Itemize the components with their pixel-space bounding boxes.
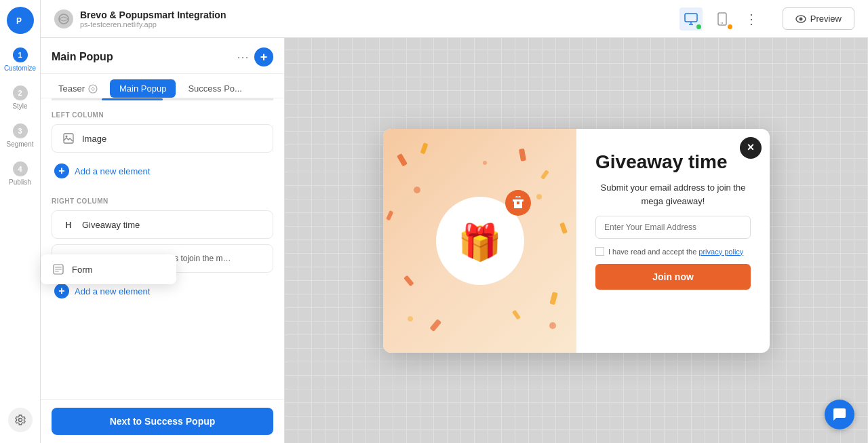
- popup-email-input[interactable]: [595, 216, 751, 239]
- sidebar-item-style[interactable]: 2 Style: [0, 79, 40, 117]
- sidebar-bottom: [8, 408, 33, 443]
- svg-rect-18: [540, 170, 549, 180]
- svg-point-25: [414, 187, 420, 193]
- popup-modal: ×: [383, 129, 770, 353]
- panel-tabs: Teaser Main Popup Success Po...: [41, 74, 284, 98]
- svg-rect-1: [685, 14, 697, 22]
- context-menu: Form: [41, 254, 176, 284]
- panel-footer: Next to Success Popup: [41, 399, 284, 443]
- canvas: ×: [285, 38, 868, 443]
- sidebar-item-style-label: Style: [12, 102, 27, 110]
- next-button[interactable]: Next to Success Popup: [52, 408, 273, 435]
- sidebar-item-customize-label: Customize: [4, 64, 36, 72]
- svg-rect-16: [420, 142, 429, 154]
- svg-rect-20: [549, 292, 557, 305]
- image-element-label: Image: [82, 134, 106, 144]
- svg-point-8: [89, 85, 97, 93]
- sidebar-item-publish[interactable]: 4 Publish: [0, 155, 40, 193]
- panel-header: Main Popup ⋯ +: [41, 38, 284, 74]
- settings-button[interactable]: [8, 408, 33, 432]
- right-add-icon: +: [54, 284, 69, 298]
- svg-point-26: [536, 194, 542, 199]
- app-logo: P: [7, 7, 34, 34]
- sidebar-item-segment[interactable]: 3 Segment: [0, 117, 40, 155]
- topbar-title-section: Brevo & Popupsmart Integration ps-testce…: [80, 9, 226, 28]
- svg-point-10: [66, 136, 68, 138]
- sidebar: P 1 Customize 2 Style 3 Segment 4 Publis…: [0, 0, 41, 443]
- app-url: ps-testceren.netlify.app: [80, 20, 226, 28]
- tab-teaser-label: Teaser: [58, 83, 85, 94]
- popup-subtext: Submit your email address to join the me…: [595, 181, 751, 208]
- svg-rect-22: [559, 222, 568, 233]
- svg-point-28: [408, 316, 413, 322]
- svg-point-0: [59, 14, 68, 24]
- heading-icon: H: [62, 218, 75, 231]
- giveaway-heading-label: Giveaway time: [82, 220, 140, 230]
- sidebar-item-publish-label: Publish: [9, 178, 31, 186]
- svg-rect-19: [403, 275, 414, 286]
- panel-add-button[interactable]: +: [254, 47, 273, 66]
- privacy-checkbox[interactable]: [595, 247, 604, 256]
- tab-main-popup[interactable]: Main Popup: [110, 79, 176, 98]
- tab-main-popup-label: Main Popup: [119, 83, 166, 94]
- left-add-element-button[interactable]: + Add a new element: [52, 158, 273, 184]
- close-icon: ×: [747, 140, 755, 155]
- more-options-button[interactable]: ⋮: [742, 8, 761, 30]
- privacy-policy-link[interactable]: privacy policy: [698, 248, 743, 256]
- svg-rect-21: [386, 210, 393, 220]
- gift-circle: 🎁: [436, 197, 524, 285]
- privacy-text: I have read and accept the privacy polic…: [608, 248, 743, 256]
- mobile-device-button[interactable]: [711, 7, 734, 31]
- context-menu-form-label[interactable]: Form: [72, 265, 92, 275]
- form-icon: [52, 263, 65, 276]
- tab-teaser[interactable]: Teaser: [49, 79, 107, 98]
- popup-close-button[interactable]: ×: [740, 137, 762, 159]
- tab-success-popup-label: Success Po...: [188, 83, 241, 94]
- gift-badge: [505, 190, 531, 216]
- image-element-row[interactable]: Image: [52, 124, 273, 153]
- step-2-number: 2: [13, 85, 28, 100]
- svg-rect-14: [55, 271, 59, 272]
- panel-more-options[interactable]: ⋯: [237, 50, 249, 64]
- step-1-number: 1: [13, 47, 28, 62]
- desktop-dot: [696, 24, 701, 29]
- giveaway-heading-row[interactable]: H Giveaway time: [52, 210, 273, 239]
- popup-privacy-row: I have read and accept the privacy polic…: [595, 247, 751, 256]
- preview-button[interactable]: Preview: [783, 7, 854, 30]
- desktop-device-button[interactable]: [679, 7, 703, 31]
- sidebar-item-customize[interactable]: 1 Customize: [0, 41, 40, 79]
- svg-point-3: [722, 22, 723, 24]
- left-add-icon: +: [54, 163, 69, 178]
- sidebar-item-segment-label: Segment: [6, 140, 33, 148]
- preview-label: Preview: [810, 14, 842, 24]
- panel-title: Main Popup: [52, 51, 231, 63]
- svg-rect-12: [55, 267, 62, 268]
- svg-rect-23: [429, 319, 441, 332]
- panel-content: LEFT COLUMN Image + Add a new element RI…: [41, 100, 284, 399]
- svg-point-29: [549, 322, 556, 329]
- right-column-label: RIGHT COLUMN: [52, 197, 273, 205]
- svg-text:P: P: [16, 16, 22, 26]
- popup-left-panel: 🎁: [383, 129, 576, 353]
- topbar-center: ⋮ Preview: [679, 7, 854, 31]
- svg-rect-24: [512, 309, 521, 320]
- mobile-dot: [728, 24, 732, 29]
- customize-panel: Main Popup ⋯ + Teaser Main Popup Success…: [41, 38, 285, 443]
- tab-success-popup[interactable]: Success Po...: [178, 79, 251, 98]
- svg-rect-13: [55, 269, 62, 270]
- step-3-number: 3: [13, 123, 28, 138]
- join-button[interactable]: Join now: [595, 264, 751, 290]
- popup-right-panel: Giveaway time Submit your email address …: [576, 129, 770, 353]
- svg-point-27: [483, 161, 487, 165]
- app-title: Brevo & Popupsmart Integration: [80, 9, 226, 20]
- step-4-number: 4: [13, 161, 28, 176]
- popup-heading: Giveaway time: [595, 151, 751, 174]
- chat-fab-button[interactable]: [825, 400, 854, 429]
- site-icon: [54, 9, 73, 28]
- svg-rect-17: [519, 148, 526, 161]
- right-add-label: Add a new element: [75, 286, 150, 296]
- left-add-label: Add a new element: [75, 166, 150, 176]
- topbar: Brevo & Popupsmart Integration ps-testce…: [41, 0, 868, 38]
- svg-point-5: [799, 17, 802, 20]
- svg-rect-15: [397, 153, 408, 167]
